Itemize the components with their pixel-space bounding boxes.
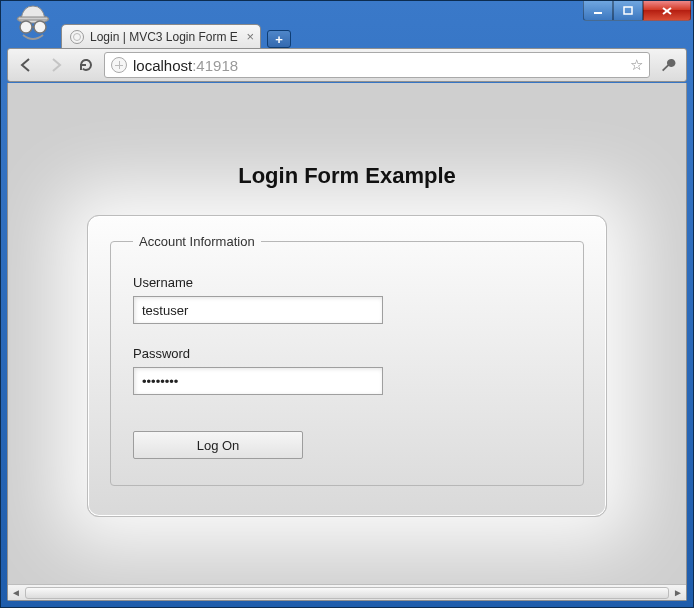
password-input[interactable]: [133, 367, 383, 395]
fieldset-legend: Account Information: [133, 234, 261, 249]
settings-wrench-button[interactable]: [656, 53, 680, 77]
horizontal-scrollbar[interactable]: ◄ ►: [8, 584, 686, 600]
url-host: localhost: [133, 57, 192, 74]
browser-toolbar: localhost:41918 ☆: [7, 48, 687, 82]
scroll-track[interactable]: [24, 586, 670, 600]
scroll-thumb[interactable]: [25, 587, 669, 599]
page-title: Login Form Example: [8, 163, 686, 189]
tab-strip: Login | MVC3 Login Form E × +: [61, 23, 685, 48]
svg-rect-1: [624, 7, 632, 14]
nav-reload-button[interactable]: [74, 53, 98, 77]
browser-viewport: Login Form Example Account Information U…: [7, 83, 687, 601]
username-label: Username: [133, 275, 561, 290]
globe-icon: [70, 30, 84, 44]
account-fieldset: Account Information Username Password Lo…: [110, 234, 584, 486]
username-input[interactable]: [133, 296, 383, 324]
window-minimize-button[interactable]: [583, 1, 613, 21]
reload-icon: [78, 57, 94, 73]
window-maximize-button[interactable]: [613, 1, 643, 21]
omnibox-url: localhost:41918: [133, 57, 624, 74]
tab-title: Login | MVC3 Login Form E: [90, 30, 240, 44]
plus-icon: +: [275, 32, 283, 47]
window-controls: [583, 1, 691, 21]
incognito-icon: [9, 3, 57, 43]
window-close-button[interactable]: [643, 1, 691, 21]
wrench-icon: [660, 57, 676, 73]
page-content: Login Form Example Account Information U…: [8, 83, 686, 557]
svg-rect-0: [594, 12, 602, 14]
password-label: Password: [133, 346, 561, 361]
scroll-left-arrow-icon[interactable]: ◄: [8, 586, 24, 600]
svg-point-6: [20, 21, 32, 33]
page-body: Login Form Example Account Information U…: [8, 83, 686, 584]
logon-button[interactable]: Log On: [133, 431, 303, 459]
nav-forward-button[interactable]: [44, 53, 68, 77]
svg-point-7: [34, 21, 46, 33]
new-tab-button[interactable]: +: [267, 30, 291, 48]
omnibox[interactable]: localhost:41918 ☆: [104, 52, 650, 78]
tab-close-icon[interactable]: ×: [246, 30, 254, 43]
bookmark-star-icon[interactable]: ☆: [630, 56, 643, 74]
browser-tab[interactable]: Login | MVC3 Login Form E ×: [61, 24, 261, 48]
url-port: :41918: [192, 57, 238, 74]
os-window: Login | MVC3 Login Form E × + localhost:…: [0, 0, 694, 608]
globe-icon: [111, 57, 127, 73]
arrow-left-icon: [18, 57, 34, 73]
arrow-right-icon: [48, 57, 64, 73]
window-titlebar: [1, 1, 693, 23]
spacer: [133, 324, 561, 338]
login-card: Account Information Username Password Lo…: [87, 215, 607, 517]
svg-rect-5: [18, 17, 48, 20]
scroll-right-arrow-icon[interactable]: ►: [670, 586, 686, 600]
nav-back-button[interactable]: [14, 53, 38, 77]
button-row: Log On: [133, 395, 561, 459]
